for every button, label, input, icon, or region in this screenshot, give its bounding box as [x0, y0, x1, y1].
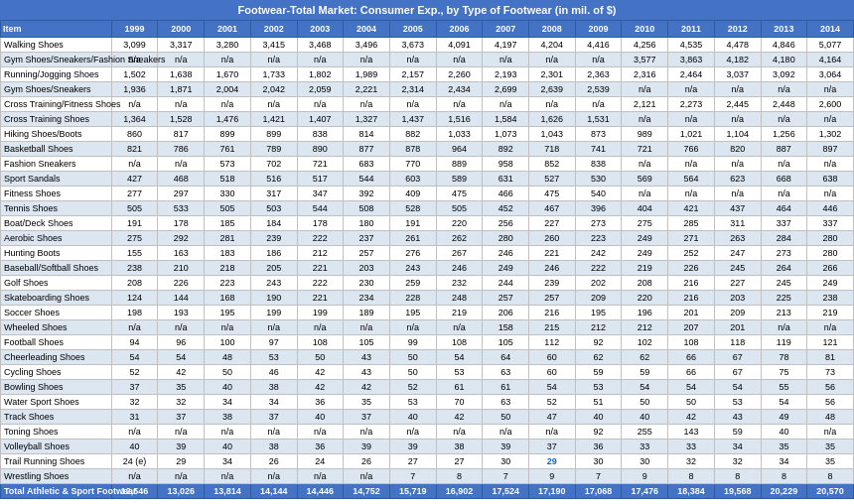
cell-r10-c7: 409	[389, 187, 436, 201]
cell-r23-c2: 35	[158, 380, 205, 395]
cell-r21-c16: 81	[807, 350, 854, 365]
cell-r6-c10: 1,043	[529, 127, 576, 142]
cell-r15-c16: 266	[807, 261, 854, 276]
table-row: Sport Sandals427468518516517544603589631…	[1, 172, 854, 187]
cell-r12-c16: 337	[807, 216, 854, 231]
cell-r28-c5: 24	[297, 454, 344, 469]
cell-r4-c12: 2,121	[622, 97, 668, 112]
data-table: Item199920002001200220032004200520062007…	[0, 20, 854, 499]
cell-r7-c16: 897	[807, 142, 854, 157]
header-2010: 2010	[622, 21, 668, 38]
cell-r7-c10: 718	[529, 142, 576, 157]
cell-r2-c8: 2,260	[436, 67, 483, 82]
cell-r18-c3: 195	[205, 306, 251, 320]
cell-r20-c3: 100	[205, 335, 251, 350]
cell-r24-c1: 32	[111, 395, 158, 410]
table-row: Bowling Shoes373540384242526161545354545…	[1, 380, 854, 395]
table-row: Aerobic Shoes275292281239222237261262280…	[1, 231, 854, 246]
cell-r22-c11: 59	[575, 365, 622, 380]
cell-r28-c0: Trail Running Shoes	[1, 454, 112, 469]
cell-r14-c12: 249	[622, 246, 668, 261]
cell-r14-c9: 246	[483, 246, 529, 261]
cell-r4-c7: n/a	[389, 97, 436, 112]
cell-r27-c9: 39	[483, 440, 529, 454]
cell-r29-c4: n/a	[250, 469, 297, 484]
cell-r0-c15: 4,846	[761, 38, 807, 53]
cell-r3-c4: 2,042	[250, 82, 297, 97]
cell-r25-c14: 43	[714, 410, 761, 425]
cell-r23-c5: 42	[297, 380, 344, 395]
cell-r28-c1: 24 (e)	[111, 454, 158, 469]
cell-r22-c5: 42	[297, 365, 344, 380]
cell-r30-c16: 20,570	[807, 484, 854, 499]
cell-r8-c14: n/a	[714, 157, 761, 172]
cell-r20-c16: 121	[807, 335, 854, 350]
cell-r11-c8: 505	[436, 201, 483, 216]
table-row: Boat/Deck Shoes1911781851841781801912202…	[1, 216, 854, 231]
table-header: Item199920002001200220032004200520062007…	[1, 21, 854, 38]
cell-r24-c3: 34	[205, 395, 251, 410]
cell-r5-c11: 1,531	[575, 112, 622, 127]
cell-r17-c9: 257	[483, 291, 529, 306]
cell-r29-c14: 8	[714, 469, 761, 484]
cell-r28-c11: 30	[575, 454, 622, 469]
cell-r7-c15: 887	[761, 142, 807, 157]
cell-r29-c1: n/a	[111, 469, 158, 484]
cell-r25-c2: 37	[158, 410, 205, 425]
table-row: Cross Training/Fitness Shoesn/an/an/an/a…	[1, 97, 854, 112]
header-2008: 2008	[529, 21, 576, 38]
cell-r11-c13: 421	[668, 201, 715, 216]
cell-r21-c3: 48	[205, 350, 251, 365]
cell-r8-c9: 958	[483, 157, 529, 172]
cell-r29-c2: n/a	[158, 469, 205, 484]
cell-r16-c4: 243	[250, 276, 297, 291]
table-row: Gym Shoes/Sneakers/Fashion Sneakersn/an/…	[1, 53, 854, 67]
cell-r25-c11: 40	[575, 410, 622, 425]
cell-r11-c0: Tennis Shoes	[1, 201, 112, 216]
cell-r16-c16: 249	[807, 276, 854, 291]
header-2006: 2006	[436, 21, 483, 38]
cell-r14-c3: 183	[205, 246, 251, 261]
cell-r22-c13: 66	[668, 365, 715, 380]
cell-r6-c7: 882	[389, 127, 436, 142]
header-2009: 2009	[575, 21, 622, 38]
cell-r13-c13: 271	[668, 231, 715, 246]
cell-r15-c13: 226	[668, 261, 715, 276]
cell-r4-c15: 2,448	[761, 97, 807, 112]
cell-r7-c1: 821	[111, 142, 158, 157]
cell-r0-c10: 4,204	[529, 38, 576, 53]
cell-r11-c11: 396	[575, 201, 622, 216]
cell-r2-c16: 3,064	[807, 67, 854, 82]
cell-r10-c5: 347	[297, 187, 344, 201]
cell-r1-c9: n/a	[483, 53, 529, 67]
cell-r13-c7: 261	[389, 231, 436, 246]
cell-r18-c6: 189	[344, 306, 390, 320]
cell-r22-c14: 67	[714, 365, 761, 380]
cell-r19-c5: n/a	[297, 320, 344, 335]
cell-r8-c4: 702	[250, 157, 297, 172]
cell-r27-c11: 36	[575, 440, 622, 454]
cell-r23-c13: 54	[668, 380, 715, 395]
cell-r13-c16: 280	[807, 231, 854, 246]
cell-r15-c6: 203	[344, 261, 390, 276]
cell-r18-c10: 216	[529, 306, 576, 320]
cell-r23-c14: 54	[714, 380, 761, 395]
cell-r1-c3: n/a	[205, 53, 251, 67]
cell-r28-c3: 34	[205, 454, 251, 469]
cell-r1-c10: n/a	[529, 53, 576, 67]
header-2000: 2000	[158, 21, 205, 38]
cell-r9-c15: 668	[761, 172, 807, 187]
cell-r30-c14: 19,568	[714, 484, 761, 499]
cell-r26-c8: n/a	[436, 425, 483, 440]
cell-r6-c13: 1,021	[668, 127, 715, 142]
cell-r30-c2: 13,026	[158, 484, 205, 499]
cell-r24-c15: 54	[761, 395, 807, 410]
table-body: Walking Shoes3,0993,3173,2803,4153,4683,…	[1, 38, 854, 499]
cell-r20-c9: 105	[483, 335, 529, 350]
table-row: Walking Shoes3,0993,3173,2803,4153,4683,…	[1, 38, 854, 53]
cell-r23-c9: 61	[483, 380, 529, 395]
cell-r10-c15: n/a	[761, 187, 807, 201]
cell-r22-c1: 52	[111, 365, 158, 380]
cell-r13-c0: Aerobic Shoes	[1, 231, 112, 246]
cell-r21-c9: 64	[483, 350, 529, 365]
